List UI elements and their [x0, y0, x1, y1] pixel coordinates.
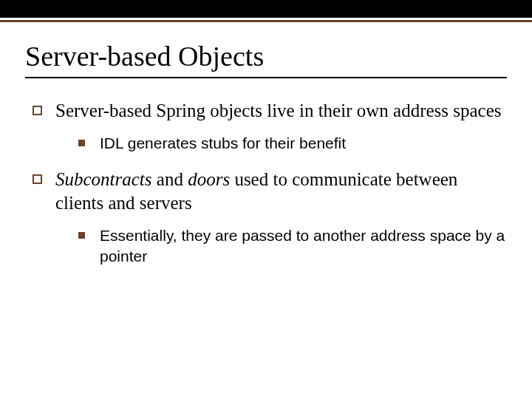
bullet-level1: Subcontracts and doors used to communica… — [33, 168, 507, 215]
filled-square-icon — [78, 232, 85, 239]
hollow-square-icon — [33, 106, 42, 115]
bullet-level2: Essentially, they are passed to another … — [78, 225, 507, 266]
bullet-level1: Server-based Spring objects live in thei… — [33, 99, 507, 123]
title-underline — [25, 77, 507, 78]
bullet-text: Subcontracts and doors used to communica… — [55, 168, 507, 215]
top-bar — [0, 0, 532, 18]
slide-title: Server-based Objects — [25, 40, 507, 72]
filled-square-icon — [78, 140, 85, 146]
hollow-square-icon — [33, 174, 42, 184]
bullet-text: IDL generates stubs for their benefit — [100, 133, 346, 153]
bullet-level2: IDL generates stubs for their benefit — [78, 133, 507, 153]
slide-content: Server-based Objects Server-based Spring… — [0, 22, 532, 266]
bullet-text: Essentially, they are passed to another … — [100, 225, 507, 266]
bullet-text: Server-based Spring objects live in thei… — [55, 99, 502, 123]
